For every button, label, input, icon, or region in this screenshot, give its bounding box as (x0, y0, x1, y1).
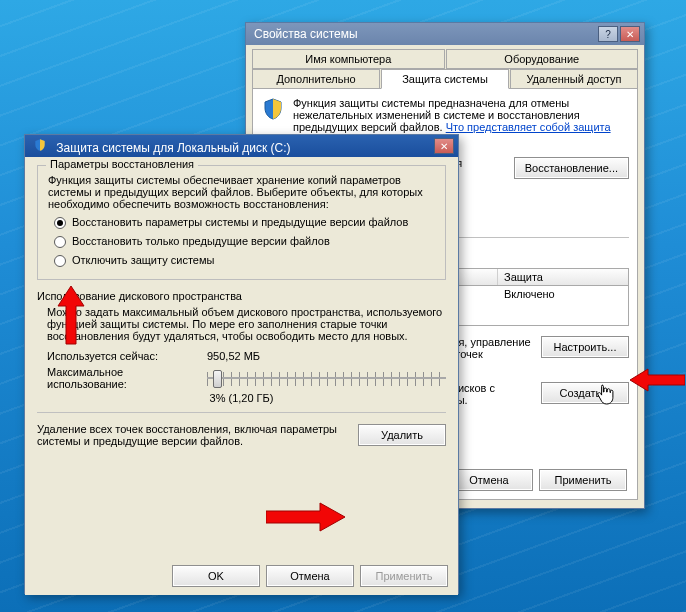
radio-label: Отключить защиту системы (72, 254, 214, 266)
current-usage-label: Используется сейчас: (47, 350, 187, 362)
restore-button[interactable]: Восстановление... (514, 157, 629, 179)
tab-hardware[interactable]: Оборудование (446, 49, 639, 69)
tab-remote[interactable]: Удаленный доступ (510, 69, 638, 89)
hand-cursor-icon (596, 384, 614, 406)
radio-icon (54, 236, 66, 248)
ok-button[interactable]: OK (172, 565, 260, 587)
group-legend: Параметры восстановления (46, 158, 198, 170)
cancel-button[interactable]: Отмена (266, 565, 354, 587)
max-usage-slider[interactable] (207, 368, 446, 390)
close-button[interactable]: ✕ (620, 26, 640, 42)
disk-usage-heading: Использование дискового пространства (37, 290, 446, 302)
radio-disable-protection[interactable]: Отключить защиту системы (54, 254, 435, 267)
help-button[interactable]: ? (598, 26, 618, 42)
radio-restore-files-only[interactable]: Восстановить только предыдущие версии фа… (54, 235, 435, 248)
current-usage-value: 950,52 МБ (207, 350, 446, 362)
tab-advanced[interactable]: Дополнительно (252, 69, 380, 89)
shield-icon (261, 97, 285, 121)
delete-desc: Удаление всех точек восстановления, вклю… (37, 423, 348, 447)
tab-computer-name[interactable]: Имя компьютера (252, 49, 445, 69)
window-title: Защита системы для Локальный диск (C:) (56, 141, 290, 155)
protection-settings-window: Защита системы для Локальный диск (C:) ✕… (24, 134, 459, 594)
apply-button[interactable]: Применить (539, 469, 627, 491)
max-usage-label: Максимальное использование: (47, 366, 187, 390)
titlebar[interactable]: Защита системы для Локальный диск (C:) ✕ (25, 135, 458, 157)
restore-params-group: Параметры восстановления Функция защиты … (37, 165, 446, 280)
disk-usage-desc: Можно задать максимальный объем дисковог… (47, 306, 446, 342)
col-protection: Защита (498, 269, 628, 285)
max-usage-percent: 3% (1,20 ГБ) (37, 392, 446, 404)
create-button[interactable]: Создать... (541, 382, 629, 404)
titlebar[interactable]: Свойства системы ? ✕ (246, 23, 644, 45)
window-title: Свойства системы (254, 27, 358, 41)
radio-restore-all[interactable]: Восстановить параметры системы и предыду… (54, 216, 435, 229)
delete-button[interactable]: Удалить (358, 424, 446, 446)
radio-icon (54, 217, 66, 229)
radio-icon (54, 255, 66, 267)
group-desc: Функция защиты системы обеспечивает хран… (48, 174, 435, 210)
shield-icon (33, 138, 47, 152)
radio-label: Восстановить параметры системы и предыду… (72, 216, 408, 228)
drive-protection: Включено (498, 286, 628, 302)
tab-system-protection[interactable]: Защита системы (381, 69, 509, 89)
close-button[interactable]: ✕ (434, 138, 454, 154)
radio-label: Восстановить только предыдущие версии фа… (72, 235, 330, 247)
configure-button[interactable]: Настроить... (541, 336, 629, 358)
apply-button[interactable]: Применить (360, 565, 448, 587)
